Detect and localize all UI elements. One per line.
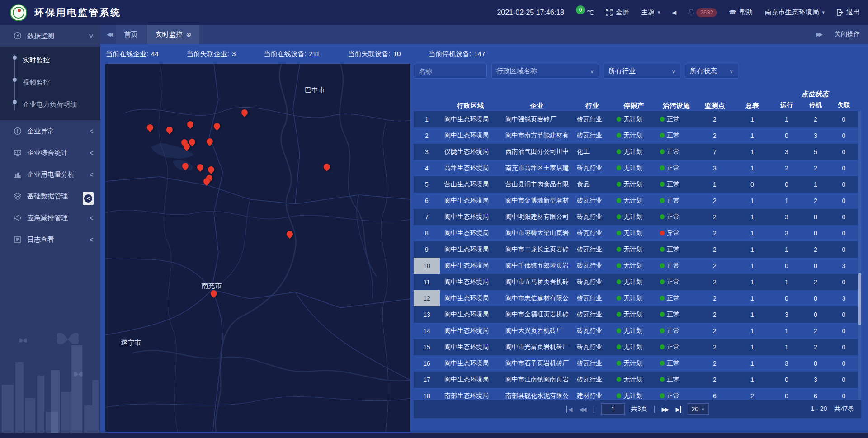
last-page-button[interactable]: ▶ [676,406,681,413]
cell-monitor-points: 1 [697,176,732,193]
cell-company[interactable]: 阆中强锐页岩砖厂 [501,111,572,127]
theme-button[interactable]: 主题 ▾ [641,8,660,17]
cell-offline: 0 [830,241,858,258]
sidebar-item-enterprise-abnormal[interactable]: 企业异常 < [0,120,100,142]
map-pin-icon[interactable] [214,123,221,130]
cell-company[interactable]: 阆中市二龙长宝页岩砖 [501,241,572,258]
map-pin-icon[interactable] [324,164,331,171]
map-pin-icon[interactable] [211,290,218,297]
cell-monitor-points: 2 [697,323,732,339]
map-pin-icon[interactable] [147,124,154,132]
close-operations-button[interactable]: 关闭操作 [835,30,860,38]
sidebar-item-data-monitoring[interactable]: 数据监测 < [0,25,100,47]
notification-area[interactable]: 2632 [688,8,717,17]
cell-company[interactable]: 西南油气田分公司川中 [501,144,572,160]
table-row[interactable]: 13 阆中生态环境局 阆中市金福旺页岩机砖 砖瓦行业 无计划 正常 [414,306,858,323]
close-icon[interactable]: ⊗ [186,31,191,38]
table-row[interactable]: 9 阆中生态环境局 阆中市二龙长宝页岩砖 砖瓦行业 无计划 正常 [414,241,858,258]
table-row[interactable]: 4 高坪生态环境局 南充市高坪区王家店建 砖瓦行业 无计划 正常 [414,160,858,176]
status-filter-select[interactable]: 所有状态 ∨ [685,64,738,79]
status-dot-icon [617,296,621,301]
cell-company[interactable]: 阆中市五马桥页岩机砖 [501,274,572,290]
first-page-button[interactable]: ◀ [566,406,572,413]
sidebar-item-log-view[interactable]: 日志查看 < [0,229,100,250]
cell-company[interactable]: 阆中市金福旺页岩机砖 [501,306,572,323]
cell-company[interactable]: 营山县润丰肉食品有限 [501,176,572,193]
help-button[interactable]: ☎ 帮助 [729,8,753,17]
region-filter-select[interactable]: 行政区域名称 ∨ [491,64,599,79]
sidebar-item-emergency-reduction[interactable]: 应急减排管理 < [0,207,100,229]
next-page-button[interactable]: ▶▶ [662,406,670,413]
sidebar-item-power-load-detail[interactable]: 企业电力负荷明细 [0,94,100,116]
industry-filter-select[interactable]: 所有行业 ∨ [604,64,680,79]
sidebar-item-enterprise-statistics[interactable]: 企业综合统计 < [0,142,100,164]
cell-company[interactable]: 阆中市石子页岩机砖厂 [501,355,572,372]
table-row[interactable]: 7 阆中生态环境局 阆中明阳建材有限公司 砖瓦行业 无计划 正常 [414,209,858,225]
cell-company[interactable]: 阆中大兴页岩机砖厂 [501,323,572,339]
map-pin-icon[interactable] [189,139,196,146]
name-filter-input[interactable] [414,64,487,79]
table-row[interactable]: 3 仪陇生态环境局 西南油气田分公司川中 化工 无计划 正常 [414,144,858,160]
fullscreen-button[interactable]: 全屏 [606,8,629,17]
map-pin-icon[interactable] [287,231,294,238]
tabs-scroll-left-icon[interactable]: ◀◀ [100,31,116,38]
logout-button[interactable]: 退出 [836,8,860,17]
map-pin-icon[interactable] [207,138,214,146]
map-panel[interactable]: 巴中市 南充市 遂宁市 [105,64,410,432]
cell-company[interactable]: 阆中市金博瑞新型墙材 [501,193,572,209]
notification-count-badge: 2632 [696,8,717,17]
cell-company[interactable]: 阆中市光富页岩机砖厂 [501,339,572,355]
cell-company[interactable]: 阆中市江南镇阆南页岩 [501,372,572,388]
tabs-scroll-right-icon[interactable]: ▶▶ [816,31,821,38]
tab-realtime-monitoring[interactable]: 实时监控 ⊗ [147,25,199,44]
map-pin-icon[interactable] [208,166,215,174]
table-row[interactable]: 17 阆中生态环境局 阆中市江南镇阆南页岩 砖瓦行业 无计划 正常 [414,372,858,388]
table-row[interactable]: 15 阆中生态环境局 阆中市光富页岩机砖厂 砖瓦行业 无计划 正常 [414,339,858,355]
table-row[interactable]: 8 阆中生态环境局 阆中市枣碧大梁山页岩 砖瓦行业 无计划 异常 [414,225,858,241]
sidebar-item-power-analysis[interactable]: 企业用电量分析 < [0,164,100,185]
org-menu-button[interactable]: 南充市生态环境局 ▾ [764,8,825,17]
table-row[interactable]: 12 阆中生态环境局 阆中市忠信建材有限公 砖瓦行业 无计划 正常 [414,290,858,306]
table-row[interactable]: 5 营山生态环境局 营山县润丰肉食品有限 食品 无计划 正常 [414,176,858,193]
tab-home[interactable]: 首页 [116,25,146,44]
table-row[interactable]: 6 阆中生态环境局 阆中市金博瑞新型墙材 砖瓦行业 无计划 正常 [414,193,858,209]
prev-page-button[interactable]: ◀◀ [579,406,586,413]
table-row[interactable]: 18 南部生态环境局 南部县砚化水泥有限公 建材行业 无计划 正常 [414,388,858,400]
cell-company[interactable]: 阆中市南方节能建材有 [501,127,572,144]
sidebar-item-realtime-monitoring[interactable]: 实时监控 [0,49,100,71]
row-index: 17 [414,372,440,388]
table-body: 1 阆中生态环境局 阆中强锐页岩砖厂 砖瓦行业 无计划 正常 [414,111,858,400]
sidebar-collapse-handle[interactable]: < [83,192,94,205]
table-scrollbar[interactable] [858,111,861,400]
cell-company[interactable]: 阆中市枣碧大梁山页岩 [501,225,572,241]
map-pin-icon[interactable] [241,109,249,117]
table-row[interactable]: 10 阆中生态环境局 阆中千佛镇五郎垭页岩 砖瓦行业 无计划 正常 [414,258,858,274]
cell-stopped: 3 [801,127,830,144]
map-pin-icon[interactable] [166,127,174,134]
page-number-input[interactable]: 1 [601,403,625,415]
table-row[interactable]: 16 阆中生态环境局 阆中市石子页岩机砖厂 砖瓦行业 无计划 正常 [414,355,858,372]
row-index: 5 [414,176,440,193]
table-row[interactable]: 1 阆中生态环境局 阆中强锐页岩砖厂 砖瓦行业 无计划 正常 [414,111,858,127]
map-pin-icon[interactable] [187,121,194,128]
cell-monitor-points: 2 [697,209,732,225]
page-size-select[interactable]: 20 ∨ [688,403,709,415]
cell-company[interactable]: 南充市高坪区王家店建 [501,160,572,176]
cell-company[interactable]: 南部县砚化水泥有限公 [501,388,572,400]
cell-offline: 3 [830,290,858,306]
scrollbar-thumb[interactable] [858,273,861,325]
cell-total-meters: 1 [732,355,772,372]
table-row[interactable]: 11 阆中生态环境局 阆中市五马桥页岩机砖 砖瓦行业 无计划 正常 [414,274,858,290]
table-row[interactable]: 2 阆中生态环境局 阆中市南方节能建材有 砖瓦行业 无计划 正常 [414,127,858,144]
table-row[interactable]: 14 阆中生态环境局 阆中大兴页岩机砖厂 砖瓦行业 无计划 正常 [414,323,858,339]
cell-company[interactable]: 阆中市忠信建材有限公 [501,290,572,306]
cell-company[interactable]: 阆中明阳建材有限公司 [501,209,572,225]
map-pin-icon[interactable] [197,164,204,171]
map-pin-icon[interactable] [182,163,189,170]
enterprise-table-wrap: 行政区域 企业 行业 停限产 治污设施 监测点 总表 点位状态 运行 [414,83,861,400]
sidebar-item-video-monitoring[interactable]: 视频监控 [0,71,100,94]
cell-stopped: 0 [801,225,830,241]
cell-company[interactable]: 阆中千佛镇五郎垭页岩 [501,258,572,274]
map-pin-icon[interactable] [203,178,211,185]
mute-button[interactable]: ◀ [672,9,676,16]
